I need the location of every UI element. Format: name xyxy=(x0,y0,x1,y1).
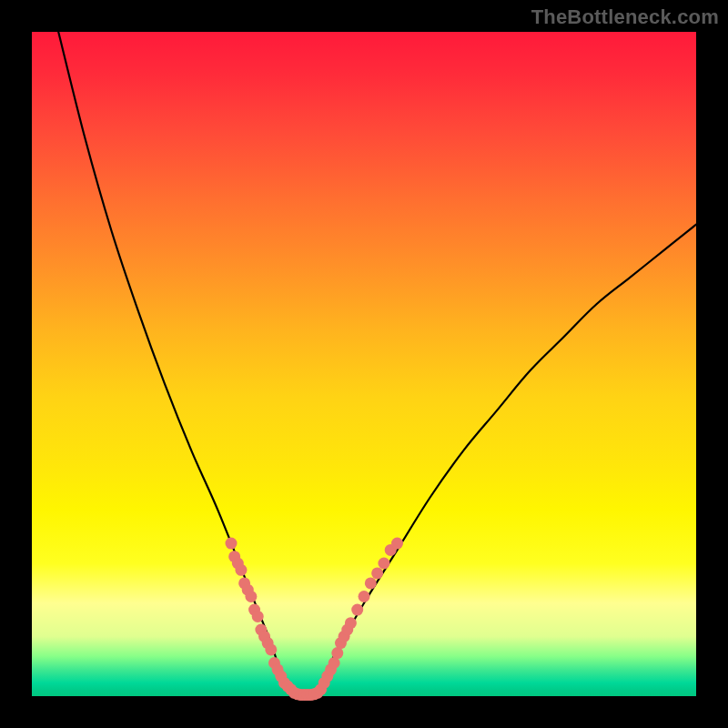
data-marker xyxy=(359,591,370,602)
data-marker xyxy=(345,617,357,629)
bottleneck-curve xyxy=(58,32,696,697)
watermark-text: TheBottleneck.com xyxy=(531,5,719,29)
data-marker xyxy=(226,538,238,550)
data-marker xyxy=(351,604,363,616)
chart-frame: TheBottleneck.com xyxy=(0,0,728,728)
data-marker xyxy=(252,611,264,622)
data-marker xyxy=(235,564,247,576)
data-marker xyxy=(265,643,277,655)
data-marker xyxy=(245,591,257,602)
data-marker xyxy=(378,558,389,570)
marker-group xyxy=(226,538,404,701)
data-marker xyxy=(371,567,383,579)
data-marker xyxy=(391,538,403,550)
plot-area xyxy=(32,32,696,696)
chart-svg xyxy=(32,32,696,696)
data-marker xyxy=(365,577,377,589)
